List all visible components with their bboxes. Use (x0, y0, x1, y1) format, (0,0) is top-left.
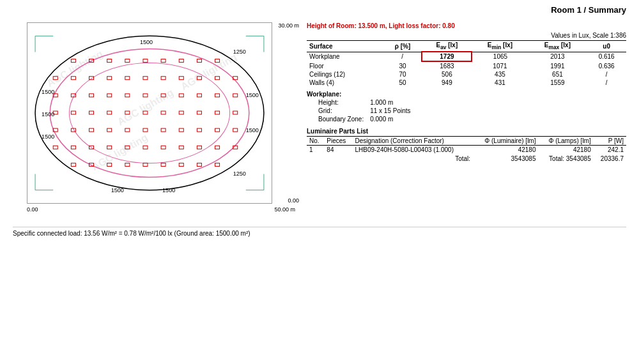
lum-col-designation: Designation (Correction Factor) (352, 137, 473, 146)
svg-rect-58 (89, 111, 94, 114)
rho-workplane: / (383, 52, 422, 61)
svg-text:1250: 1250 (233, 171, 246, 177)
lum-total-phi-lum: 3543085 (473, 154, 538, 163)
u0-floor: 0.636 (587, 61, 626, 70)
u0-walls: / (587, 79, 626, 87)
footer-note: Specific connected load: 13.56 W/m² = 0.… (13, 227, 626, 237)
lum-phi-lum: 42180 (473, 146, 538, 155)
luminaire-table: No. Pieces Designation (Correction Facto… (307, 136, 626, 163)
table-row: Floor 30 1683 1071 1991 0.636 (307, 61, 626, 70)
svg-rect-29 (143, 59, 148, 63)
svg-rect-57 (71, 111, 75, 114)
lum-phi-lamps: 42180 (538, 146, 593, 155)
svg-rect-49 (125, 94, 130, 97)
svg-rect-76 (215, 128, 220, 132)
axis-y-top-label: 30.00 m (278, 22, 299, 29)
svg-rect-92 (125, 163, 130, 166)
svg-rect-75 (197, 128, 201, 132)
surface-data-table: Surface ρ [%] Eav [lx] Emin [lx] Emax [l… (307, 40, 626, 87)
svg-rect-50 (143, 94, 148, 97)
svg-rect-70 (107, 128, 112, 132)
col-emin: Emin [lx] (472, 41, 528, 52)
lum-total-label: Total: (352, 154, 473, 163)
svg-rect-83 (143, 146, 148, 149)
u0-ceilings: / (587, 70, 626, 79)
eav-ceilings: 506 (422, 70, 472, 79)
svg-rect-77 (233, 128, 238, 132)
svg-text:AGC lighting: AGC lighting (115, 86, 175, 128)
svg-rect-95 (179, 163, 183, 166)
table-row: Ceilings (12) 70 506 435 651 / (307, 70, 626, 79)
emin-workplane: 1065 (472, 52, 528, 61)
svg-text:1500: 1500 (246, 92, 259, 98)
svg-rect-69 (89, 128, 94, 132)
room-height-info: Height of Room: 13.500 m, Light loss fac… (307, 22, 626, 29)
svg-rect-64 (197, 111, 201, 114)
workplane-title: Workplane: (307, 91, 626, 98)
svg-rect-78 (53, 146, 58, 149)
svg-text:1250: 1250 (233, 49, 246, 55)
axis-x-left-label: 0.00 (27, 206, 38, 213)
luminaire-section: Luminaire Parts List No. Pieces Designat… (307, 128, 626, 163)
col-eav: Eav [lx] (422, 41, 472, 52)
svg-rect-94 (161, 163, 166, 166)
eav-walls: 949 (422, 79, 472, 87)
col-surface: Surface (307, 41, 383, 52)
emax-walls: 1559 (528, 79, 587, 87)
svg-text:AGC lighting: AGC lighting (45, 48, 105, 89)
svg-rect-79 (71, 146, 75, 149)
emax-ceilings: 651 (528, 70, 587, 79)
svg-rect-55 (233, 94, 238, 97)
lum-power: 242.1 (594, 146, 626, 155)
workplane-boundary-value: 0.000 m (370, 116, 415, 123)
svg-rect-89 (71, 163, 75, 166)
workplane-section: Workplane: Height: 1.000 m Grid: 11 x 15… (307, 91, 626, 124)
luminaire-total-row: Total: 3543085 Total: 3543085 20336.7 (307, 154, 626, 163)
workplane-height-value: 1.000 m (370, 99, 415, 106)
lum-col-no: No. (307, 137, 324, 146)
eav-floor: 1683 (422, 61, 472, 70)
emax-workplane: 2013 (528, 52, 587, 61)
table-row: Walls (4) 50 949 431 1559 / (307, 79, 626, 87)
svg-rect-28 (125, 59, 130, 63)
svg-rect-71 (125, 128, 130, 132)
svg-rect-43 (215, 77, 220, 80)
svg-rect-38 (125, 77, 130, 80)
surface-ceilings: Ceilings (12) (307, 70, 383, 79)
lum-total-power: 20336.7 (594, 154, 626, 163)
values-note: Values in Lux, Scale 1:386 (307, 32, 626, 39)
svg-text:1500: 1500 (42, 133, 54, 140)
table-row: Workplane / 1729 1065 2013 0.616 (307, 52, 626, 61)
svg-rect-63 (179, 111, 183, 114)
lum-col-power: P [W] (594, 137, 626, 146)
lum-designation: LHB09-240H-5080-L00403 (1.000) (352, 146, 473, 155)
svg-rect-30 (161, 59, 166, 63)
rho-walls: 50 (383, 79, 422, 87)
surface-walls: Walls (4) (307, 79, 383, 87)
axis-y-bottom-label: 0.00 (288, 197, 299, 204)
workplane-details-table: Height: 1.000 m Grid: 11 x 15 Points Bou… (307, 98, 417, 124)
svg-rect-40 (161, 77, 166, 80)
svg-rect-48 (107, 94, 112, 97)
svg-rect-47 (89, 94, 94, 97)
svg-rect-74 (179, 128, 183, 132)
u0-workplane: 0.616 (587, 52, 626, 61)
svg-rect-65 (215, 111, 220, 114)
lum-no: 1 (307, 146, 324, 155)
svg-rect-31 (179, 59, 183, 63)
diagram-area: 30.00 m 0.00 0.00 50.00 m AGC lighting A… (13, 17, 300, 222)
svg-rect-86 (197, 146, 201, 149)
lum-pieces: 84 (324, 146, 352, 155)
emin-walls: 431 (472, 79, 528, 87)
svg-rect-66 (233, 111, 238, 114)
svg-text:1500: 1500 (140, 39, 153, 45)
workplane-grid-label: Grid: (318, 107, 369, 114)
svg-rect-27 (107, 59, 112, 63)
emax-floor: 1991 (528, 61, 587, 70)
surface-workplane: Workplane (307, 52, 383, 61)
svg-rect-73 (161, 128, 166, 132)
svg-rect-52 (179, 94, 183, 97)
svg-rect-84 (161, 146, 166, 149)
svg-rect-97 (215, 163, 220, 166)
lum-total-phi-lamps: 3543085 (566, 155, 591, 162)
